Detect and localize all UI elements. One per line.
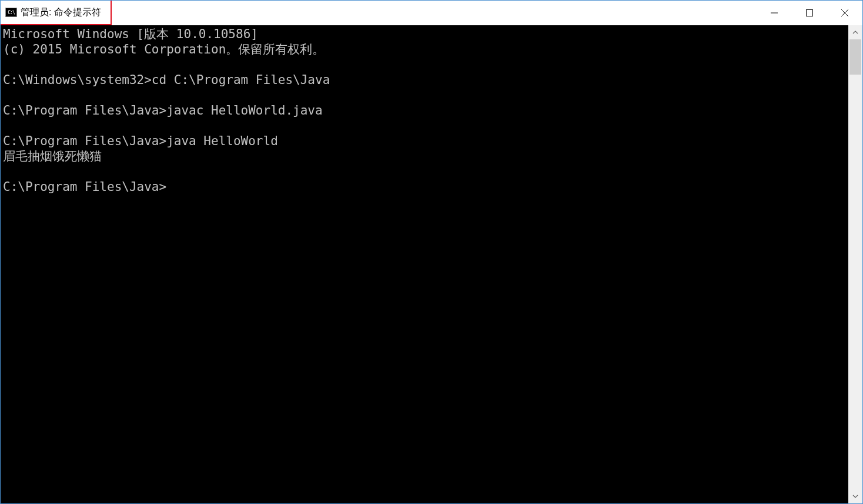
titlebar: C:\ 管理员: 命令提示符: [1, 1, 862, 25]
terminal-line: [3, 57, 846, 72]
terminal-line: C:\Program Files\Java>javac HelloWorld.j…: [3, 103, 846, 118]
maximize-icon: [805, 9, 814, 17]
minimize-button[interactable]: [757, 1, 792, 25]
maximize-button[interactable]: [792, 1, 827, 25]
titlebar-left-highlight: C:\ 管理员: 命令提示符: [1, 1, 112, 25]
close-button[interactable]: [827, 1, 862, 25]
scroll-down-arrow[interactable]: [848, 489, 862, 503]
scroll-track[interactable]: [848, 39, 862, 489]
window-controls: [757, 1, 862, 25]
terminal-line: 眉毛抽烟饿死懒猫: [3, 149, 846, 164]
terminal-line: [3, 88, 846, 103]
terminal-line: C:\Windows\system32>cd C:\Program Files\…: [3, 72, 846, 88]
window-title: 管理员: 命令提示符: [21, 6, 101, 19]
terminal-line: [3, 118, 846, 133]
terminal-wrapper: Microsoft Windows [版本 10.0.10586](c) 201…: [1, 25, 862, 503]
close-icon: [841, 9, 849, 17]
terminal-line: Microsoft Windows [版本 10.0.10586]: [3, 26, 846, 42]
vertical-scrollbar[interactable]: [848, 25, 862, 503]
chevron-up-icon: [852, 31, 858, 34]
terminal-output[interactable]: Microsoft Windows [版本 10.0.10586](c) 201…: [1, 25, 848, 503]
minimize-icon: [770, 9, 778, 17]
chevron-down-icon: [852, 495, 858, 498]
svg-rect-1: [807, 10, 813, 16]
terminal-line: C:\Program Files\Java>: [3, 179, 846, 194]
terminal-line: [3, 164, 846, 179]
scroll-up-arrow[interactable]: [848, 25, 862, 39]
cmd-icon: C:\: [5, 8, 17, 17]
terminal-line: C:\Program Files\Java>java HelloWorld: [3, 133, 846, 149]
terminal-line: (c) 2015 Microsoft Corporation。保留所有权利。: [3, 42, 846, 57]
scroll-thumb[interactable]: [849, 39, 861, 75]
